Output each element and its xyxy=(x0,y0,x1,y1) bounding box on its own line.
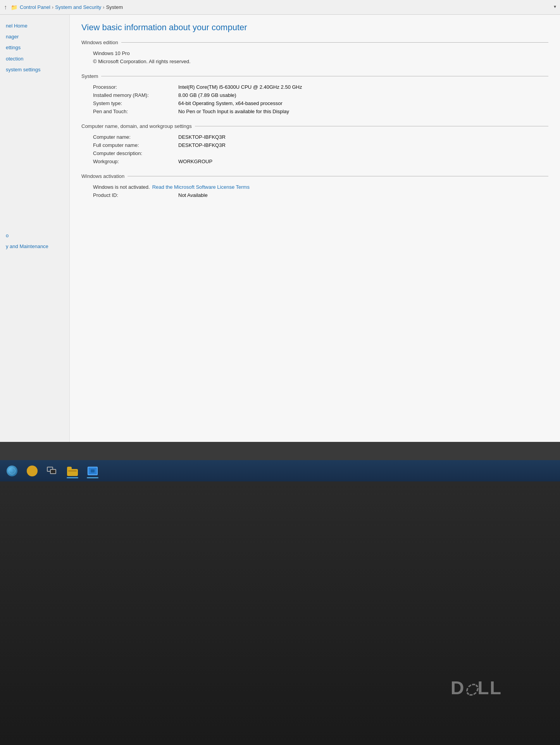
computer-name-section: Computer name, domain, and workgroup set… xyxy=(81,123,548,166)
task-view-btn[interactable] xyxy=(43,463,62,479)
computer-name-row: Computer name: DESKTOP-IBFKQ3R xyxy=(81,133,548,141)
file-explorer-btn[interactable] xyxy=(63,463,82,479)
content-panel: View basic information about your comput… xyxy=(70,15,560,442)
activation-row: Windows is not activated. Read the Micro… xyxy=(81,183,548,191)
breadcrumb-sep-2: › xyxy=(103,4,104,10)
taskbar xyxy=(0,460,560,481)
processor-row: Processor: Intel(R) Core(TM) i5-6300U CP… xyxy=(81,83,548,91)
copyright-text: © Microsoft Corporation. All rights rese… xyxy=(81,57,548,66)
computer-name-header: Computer name, domain, and workgroup set… xyxy=(81,123,548,129)
sidebar-item-protection[interactable]: otection xyxy=(0,53,69,64)
windows-edition-section: Windows edition Windows 10 Pro © Microso… xyxy=(81,40,548,66)
activation-link[interactable]: Read the Microsoft Software License Term… xyxy=(152,184,250,190)
back-arrow[interactable]: ↑ xyxy=(4,4,7,11)
workgroup-value: WORKGROUP xyxy=(178,159,548,164)
ram-label: Installed memory (RAM): xyxy=(93,92,178,98)
ram-value: 8.00 GB (7.89 GB usable) xyxy=(178,92,548,98)
sidebar-item-settings[interactable]: ettings xyxy=(0,42,69,53)
pen-touch-row: Pen and Touch: No Pen or Touch Input is … xyxy=(81,107,548,116)
breadcrumb-system-security[interactable]: System and Security xyxy=(55,4,101,10)
full-computer-name-label: Full computer name: xyxy=(93,142,178,148)
activation-header: Windows activation xyxy=(81,173,548,179)
product-id-value: Not Available xyxy=(178,192,548,198)
system-type-row: System type: 64-bit Operating System, x6… xyxy=(81,99,548,107)
edition-name: Windows 10 Pro xyxy=(81,49,548,57)
ram-row: Installed memory (RAM): 8.00 GB (7.89 GB… xyxy=(81,91,548,99)
breadcrumb-control-panel[interactable]: Control Panel xyxy=(20,4,50,10)
activation-status: Windows is not activated. xyxy=(93,184,150,190)
sidebar-item-system-settings[interactable]: system settings xyxy=(0,64,69,75)
full-computer-name-value: DESKTOP-IBFKQ3R xyxy=(178,142,548,148)
pen-touch-value: No Pen or Touch Input is available for t… xyxy=(178,109,548,114)
computer-desc-row: Computer description: xyxy=(81,149,548,157)
computer-name-label: Computer name: xyxy=(93,134,178,140)
control-panel-taskbar-btn[interactable] xyxy=(83,463,102,479)
breadcrumb-sep-1: › xyxy=(52,4,53,10)
system-type-label: System type: xyxy=(93,100,178,106)
page-title: View basic information about your comput… xyxy=(81,22,548,33)
start-taskbar-btn[interactable] xyxy=(23,463,41,479)
pen-touch-label: Pen and Touch: xyxy=(93,109,178,114)
breadcrumb-system[interactable]: System xyxy=(106,4,123,10)
sidebar-item-o[interactable]: o xyxy=(0,230,69,241)
screen: ↑ 📁 Control Panel › System and Security … xyxy=(0,0,560,442)
product-id-label: Product ID: xyxy=(93,192,178,198)
workgroup-label: Workgroup: xyxy=(93,159,178,164)
computer-name-value: DESKTOP-IBFKQ3R xyxy=(178,134,548,140)
sidebar-item-manager[interactable]: nager xyxy=(0,31,69,42)
globe-taskbar-btn[interactable] xyxy=(3,463,21,479)
processor-label: Processor: xyxy=(93,84,178,90)
full-computer-name-row: Full computer name: DESKTOP-IBFKQ3R xyxy=(81,141,548,149)
chevron-down-icon[interactable]: ▾ xyxy=(554,4,556,9)
system-type-value: 64-bit Operating System, x64-based proce… xyxy=(178,100,548,106)
main-area: nel Home nager ettings otection system s… xyxy=(0,15,560,442)
system-section: System Processor: Intel(R) Core(TM) i5-6… xyxy=(81,73,548,116)
system-header: System xyxy=(81,73,548,79)
sidebar-item-panel-home[interactable]: nel Home xyxy=(0,21,69,31)
sidebar-item-maintenance[interactable]: y and Maintenance xyxy=(0,241,69,252)
breadcrumb-folder-icon: 📁 xyxy=(11,4,17,10)
activation-section: Windows activation Windows is not activa… xyxy=(81,173,548,199)
monitor-bezel: D ◌ LL xyxy=(0,481,560,745)
windows-edition-header: Windows edition xyxy=(81,40,548,45)
sidebar: nel Home nager ettings otection system s… xyxy=(0,15,70,442)
workgroup-row: Workgroup: WORKGROUP xyxy=(81,157,548,166)
product-id-row: Product ID: Not Available xyxy=(81,191,548,199)
computer-desc-label: Computer description: xyxy=(93,150,178,156)
processor-value: Intel(R) Core(TM) i5-6300U CPU @ 2.40GHz… xyxy=(178,84,548,90)
address-bar: ↑ 📁 Control Panel › System and Security … xyxy=(0,0,560,15)
